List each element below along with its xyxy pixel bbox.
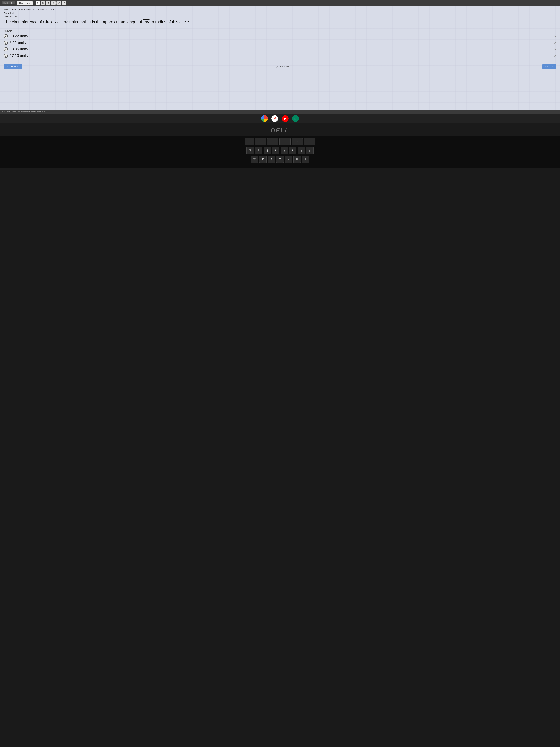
keyboard-row-2: @ 2 # 3 $ 4 % 5 xyxy=(4,147,556,154)
webpage-content: work in Google Classroom to avoid any gr… xyxy=(0,6,560,110)
good-luck-text: Good luck! xyxy=(4,12,556,15)
tool-buttons: A S ↺ ✎ x² ⊞ xyxy=(35,1,66,5)
option-circle-f[interactable]: F xyxy=(4,34,8,38)
option-x-g: ✕ xyxy=(554,41,556,44)
option-text-g: 5.11 units xyxy=(10,41,26,45)
youtube-icon[interactable]: ▶ xyxy=(282,115,289,122)
key-e[interactable]: E xyxy=(259,156,267,163)
key-u[interactable]: U xyxy=(293,156,301,163)
key-4[interactable]: $ 4 xyxy=(264,147,271,154)
gmail-icon[interactable]: M xyxy=(271,115,278,122)
browser-tab: Online Tools xyxy=(17,1,32,5)
option-circle-h[interactable]: H xyxy=(4,47,8,51)
key-tab[interactable]: → xyxy=(245,138,254,146)
url-bar: nville.edugence.com/student/studentforma… xyxy=(0,110,560,113)
key-y[interactable]: Y xyxy=(285,156,292,163)
timer: 0h 36m 35s xyxy=(2,1,16,4)
notice-text: work in Google Classroom to avoid any gr… xyxy=(4,8,556,11)
url-text: nville.edugence.com/student/studentforma… xyxy=(2,111,45,113)
option-x-j: ✕ xyxy=(554,54,556,57)
key-8[interactable]: * 8 xyxy=(298,147,305,154)
tool-btn-pencil[interactable]: ✎ xyxy=(51,1,56,5)
option-f[interactable]: F 10.22 units ✕ xyxy=(4,33,556,39)
tool-btn-superscript[interactable]: x² xyxy=(56,1,61,5)
browser-chrome: 0h 36m 35s Online Tools A S ↺ ✎ x² ⊞ xyxy=(0,0,560,6)
key-9[interactable]: ( 9 xyxy=(306,147,314,154)
answer-label: Answer xyxy=(4,29,556,32)
question-text: The circumference of Circle W is 82 unit… xyxy=(4,19,556,25)
taskbar: M ▶ ▷ xyxy=(0,113,560,123)
play-icon[interactable]: ▷ xyxy=(292,115,299,122)
navigation-row: ← Previous Question 10 Next → xyxy=(4,64,556,69)
prev-button[interactable]: ← Previous xyxy=(4,64,22,69)
key-w[interactable]: W xyxy=(251,156,258,163)
tool-btn-s[interactable]: S xyxy=(41,1,45,5)
key-2[interactable]: @ 2 xyxy=(246,147,254,154)
option-circle-g[interactable]: G xyxy=(4,41,8,45)
tool-btn-undo[interactable]: ↺ xyxy=(46,1,50,5)
option-circle-j[interactable]: J xyxy=(4,54,8,58)
key-square[interactable]: ☐ xyxy=(267,138,278,146)
keyboard-row-3: W E R T Y U I xyxy=(4,156,556,163)
option-text-h: 13.05 units xyxy=(10,47,28,51)
option-x-f: ✕ xyxy=(554,35,556,38)
key-double-square[interactable]: ☐‖ xyxy=(279,138,291,146)
key-3[interactable]: # 3 xyxy=(255,147,262,154)
keyboard-area: → C ☐ ☐‖ ○ ○ @ 2 # 3 $ xyxy=(0,136,560,169)
key-7[interactable]: & 7 xyxy=(289,147,296,154)
option-j[interactable]: J 27.10 units ✕ xyxy=(4,53,556,58)
key-circle-2[interactable]: ○ xyxy=(304,138,315,146)
tool-btn-a[interactable]: A xyxy=(35,1,40,5)
key-5[interactable]: % 5 xyxy=(272,147,279,154)
option-text-j: 27.10 units xyxy=(10,54,28,58)
key-circle-1[interactable]: ○ xyxy=(292,138,303,146)
key-t[interactable]: T xyxy=(276,156,284,163)
tool-btn-grid[interactable]: ⊞ xyxy=(62,1,66,5)
key-6[interactable]: ^ 6 xyxy=(281,147,288,154)
next-button[interactable]: Next → xyxy=(542,64,556,69)
question-indicator: Question 10 xyxy=(276,65,289,68)
answer-options: F 10.22 units ✕ G 5.11 units ✕ H 13.05 u… xyxy=(4,33,556,58)
key-r[interactable]: R xyxy=(268,156,275,163)
key-i[interactable]: I xyxy=(302,156,309,163)
option-text-f: 10.22 units xyxy=(10,34,28,38)
option-x-h: ✕ xyxy=(554,48,556,51)
option-g[interactable]: G 5.11 units ✕ xyxy=(4,40,556,46)
dell-brand: DELL xyxy=(0,123,560,136)
vw-label: VW xyxy=(143,20,150,24)
chrome-icon[interactable] xyxy=(261,115,268,122)
option-h[interactable]: H 13.05 units ✕ xyxy=(4,46,556,52)
tab-label: Online Tools xyxy=(19,2,30,4)
question-number-label: Question 10 xyxy=(4,15,556,18)
dell-logo: DELL xyxy=(271,127,289,134)
keyboard-row-1: → C ☐ ☐‖ ○ ○ xyxy=(4,138,556,146)
key-c[interactable]: C xyxy=(255,138,266,146)
